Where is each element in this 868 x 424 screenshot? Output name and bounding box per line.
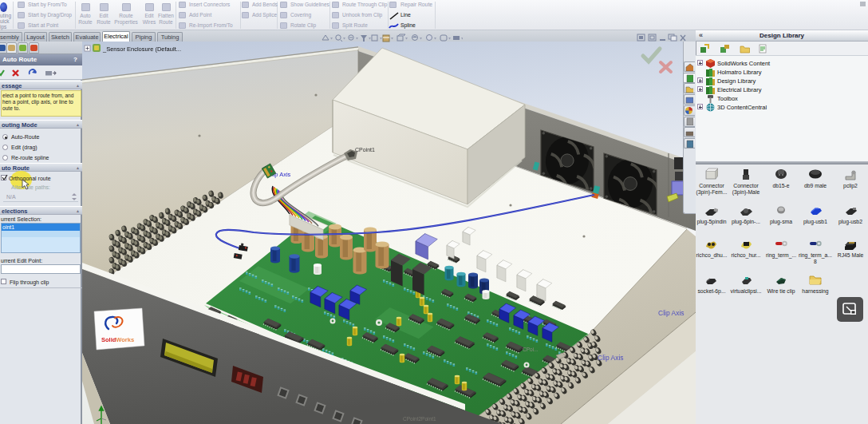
- svg-text:_Sensor Enclosure (Default...: _Sensor Enclosure (Default...: [102, 46, 181, 53]
- svg-text:CPoint2Point1: CPoint2Point1: [403, 416, 436, 422]
- svg-text:SolidWorks: SolidWorks: [101, 336, 134, 343]
- svg-text:CPoi...: CPoi...: [523, 347, 539, 352]
- svg-text:Clip Axis: Clip Axis: [658, 309, 685, 317]
- svg-text:Clip Axis: Clip Axis: [598, 354, 624, 362]
- svg-text:CPoint1: CPoint1: [355, 147, 375, 153]
